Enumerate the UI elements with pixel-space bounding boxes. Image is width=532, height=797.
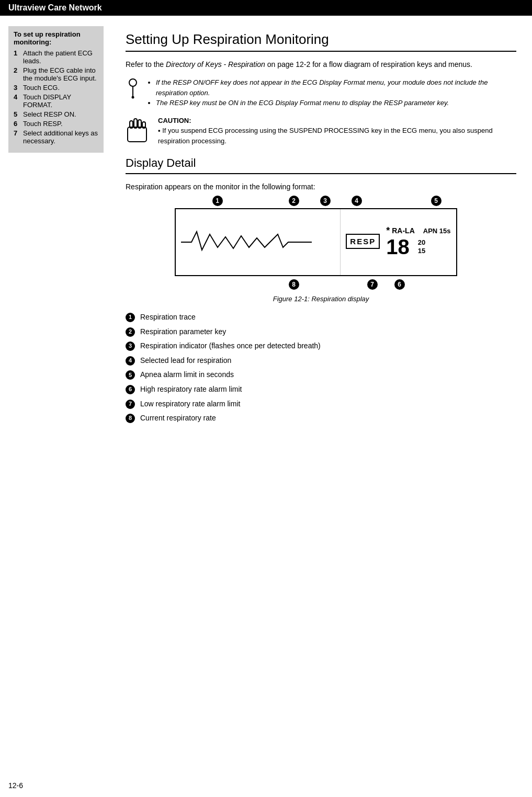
sidebar-step-5: 5Select RESP ON. <box>14 110 98 118</box>
sidebar-steps: 1Attach the patient ECG leads. 2Plug the… <box>14 49 98 145</box>
legend-text-7: Low respiratory rate alarm limit <box>140 399 240 409</box>
legend-item-5: 5 Apnea alarm limit in seconds <box>126 370 516 380</box>
caution-title: CAUTION: <box>158 116 516 126</box>
section2-heading: Display Detail <box>126 156 516 170</box>
legend-text-8: Current respiratory rate <box>140 413 216 424</box>
note-bullet-2: The RESP key must be ON in the ECG Displ… <box>156 98 516 108</box>
resp-details: * RA-LA APN 15s 18 20 15 <box>386 225 450 257</box>
legend-list: 1 Respiration trace 2 Respiration parame… <box>126 312 516 424</box>
main-content: Setting Up Respiration Monitoring Refer … <box>110 16 532 443</box>
resp-star: * <box>386 225 390 236</box>
warning-icon <box>126 78 140 102</box>
legend-text-6: High respiratory rate alarm limit <box>140 384 242 395</box>
svg-rect-3 <box>128 127 146 142</box>
header-title: Ultraview Care Network <box>8 3 102 12</box>
legend-item-3: 3 Respiration indicator (flashes once pe… <box>126 341 516 351</box>
legend-callout-2: 2 <box>126 327 135 337</box>
resp-ra-la: RA-LA <box>392 226 415 235</box>
callout-2-top: 2 <box>289 196 299 206</box>
legend-item-1: 1 Respiration trace <box>126 312 516 323</box>
callout-3-top: 3 <box>320 196 331 206</box>
legend-callout-4: 4 <box>126 356 135 366</box>
callout-7-bottom: 7 <box>367 279 378 290</box>
callout-6-bottom: 6 <box>394 279 405 290</box>
resp-low-limit: 15 <box>418 247 425 255</box>
legend-item-7: 7 Low respiratory rate alarm limit <box>126 399 516 409</box>
note-box: If the RESP ON/OFF key does not appear i… <box>126 77 516 108</box>
page-number: 12-6 <box>8 781 23 790</box>
callout-1-top: 1 <box>212 196 223 206</box>
sidebar-setup-box: To set up respiration monitoring: 1Attac… <box>8 26 104 153</box>
sidebar-step-3: 3Touch ECG. <box>14 84 98 92</box>
legend-text-2: Respiration parameter key <box>140 327 226 337</box>
resp-limits: 20 15 <box>418 238 425 255</box>
diagram-wrapper: 1 2 3 4 5 <box>175 208 468 276</box>
legend-item-8: 8 Current respiratory rate <box>126 413 516 424</box>
legend-callout-8: 8 <box>126 414 135 423</box>
page-header: Ultraview Care Network <box>0 0 532 16</box>
resp-number-row: 18 20 15 <box>386 236 450 257</box>
legend-text-5: Apnea alarm limit in seconds <box>140 370 234 380</box>
legend-text-3: Respiration indicator (flashes once per … <box>140 341 321 351</box>
sidebar-step-2: 2Plug the ECG cable into the module's EC… <box>14 66 98 82</box>
caution-bullet-1: If you suspend ECG processing using the … <box>158 126 516 146</box>
sidebar: To set up respiration monitoring: 1Attac… <box>0 16 110 443</box>
resp-label-row: RESP * RA-LA APN 15s 18 20 <box>346 225 450 257</box>
callout-8-bottom: 8 <box>289 279 299 290</box>
legend-callout-5: 5 <box>126 370 135 380</box>
note-content: If the RESP ON/OFF key does not appear i… <box>146 77 516 108</box>
section1-intro: Refer to the Directory of Keys - Respira… <box>126 59 516 70</box>
section1-divider <box>126 51 516 52</box>
section2-divider <box>126 173 516 174</box>
diagram-info-panel: RESP * RA-LA APN 15s 18 20 <box>340 209 456 275</box>
legend-item-4: 4 Selected lead for respiration <box>126 356 516 366</box>
legend-callout-1: 1 <box>126 313 135 322</box>
sidebar-step-7: 7Select additional keys as necessary. <box>14 129 98 145</box>
section2-intro: Respiration appears on the monitor in th… <box>126 181 516 192</box>
page-body: To set up respiration monitoring: 1Attac… <box>0 16 532 443</box>
caution-box: CAUTION: If you suspend ECG processing u… <box>126 116 516 146</box>
legend-callout-6: 6 <box>126 385 135 394</box>
callout-5-top: 5 <box>431 196 442 206</box>
legend-callout-3: 3 <box>126 341 135 351</box>
resp-high-limit: 20 <box>418 238 425 247</box>
respiration-wave <box>181 221 312 263</box>
callout-4-top: 4 <box>352 196 362 206</box>
sidebar-step-1: 1Attach the patient ECG leads. <box>14 49 98 65</box>
resp-star-row: * RA-LA APN 15s <box>386 225 450 236</box>
diagram-screen: RESP * RA-LA APN 15s 18 20 <box>175 208 457 276</box>
svg-point-2 <box>132 96 134 99</box>
resp-apn: APN 15s <box>423 227 451 235</box>
legend-item-2: 2 Respiration parameter key <box>126 327 516 337</box>
legend-item-6: 6 High respiratory rate alarm limit <box>126 384 516 395</box>
legend-text-4: Selected lead for respiration <box>140 356 231 366</box>
note-bullet-1: If the RESP ON/OFF key does not appear i… <box>156 77 516 98</box>
caution-hand-icon <box>126 116 151 145</box>
section1-heading: Setting Up Respiration Monitoring <box>126 31 516 48</box>
caution-content: CAUTION: If you suspend ECG processing u… <box>158 116 516 146</box>
svg-point-0 <box>129 79 137 86</box>
sidebar-step-6: 6Touch RESP. <box>14 120 98 128</box>
legend-callout-7: 7 <box>126 400 135 409</box>
resp-number: 18 <box>386 236 410 257</box>
page-footer: 12-6 <box>8 781 23 790</box>
figure-caption: Figure 12-1: Respiration display <box>126 295 516 303</box>
diagram-wave-area <box>176 209 341 275</box>
resp-label: RESP <box>346 234 380 249</box>
legend-text-1: Respiration trace <box>140 312 196 323</box>
sidebar-box-title: To set up respiration monitoring: <box>14 30 98 46</box>
sidebar-step-4: 4Touch DISPLAY FORMAT. <box>14 93 98 109</box>
